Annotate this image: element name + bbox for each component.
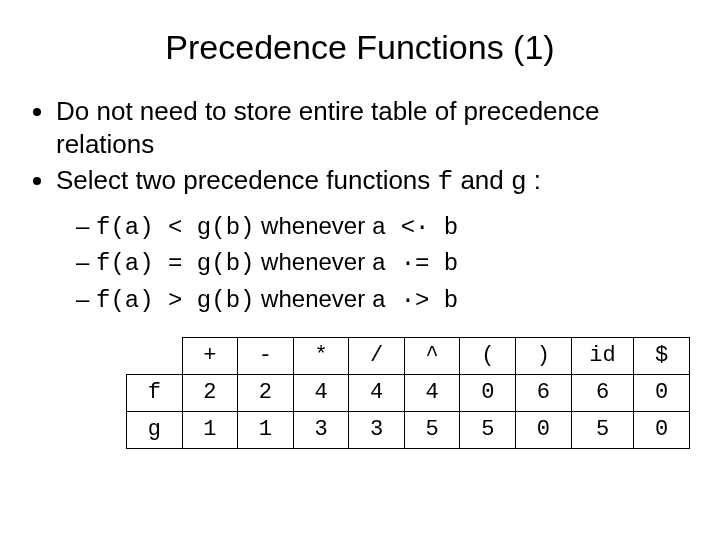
- row-label: f: [127, 374, 183, 411]
- code-f: f: [438, 167, 454, 197]
- slide: Precedence Functions (1) Do not need to …: [0, 0, 720, 449]
- cell: 2: [182, 374, 238, 411]
- cell: 4: [404, 374, 460, 411]
- header-cell: +: [182, 337, 238, 374]
- cell: 5: [404, 411, 460, 448]
- bullet-list: Do not need to store entire table of pre…: [30, 95, 690, 199]
- rule-3: f(a) > g(b) whenever a ·> b: [76, 282, 690, 319]
- cell: 0: [516, 411, 572, 448]
- bullet-2-text-b: and: [453, 165, 511, 195]
- header-cell: (: [460, 337, 516, 374]
- cell: 4: [293, 374, 349, 411]
- header-cell: ^: [404, 337, 460, 374]
- rule-2: f(a) = g(b) whenever a ·= b: [76, 245, 690, 282]
- rule-1-lhs: f(a) < g(b): [96, 214, 254, 241]
- rule-list: f(a) < g(b) whenever a <· b f(a) = g(b) …: [30, 209, 690, 319]
- rule-2-rhs: a ·= b: [372, 250, 458, 277]
- cell: 4: [349, 374, 405, 411]
- cell: 0: [634, 374, 690, 411]
- cell: 0: [460, 374, 516, 411]
- rule-2-lhs: f(a) = g(b): [96, 250, 254, 277]
- table-header-row: + - * / ^ ( ) id $: [127, 337, 690, 374]
- header-cell: *: [293, 337, 349, 374]
- bullet-2: Select two precedence functions f and g …: [56, 164, 690, 199]
- precedence-table: + - * / ^ ( ) id $ f 2 2 4 4 4 0 6 6 0: [126, 337, 690, 449]
- cell: 3: [349, 411, 405, 448]
- header-cell: id: [571, 337, 634, 374]
- rule-2-word: whenever: [254, 248, 371, 275]
- row-label: g: [127, 411, 183, 448]
- table-wrap: + - * / ^ ( ) id $ f 2 2 4 4 4 0 6 6 0: [30, 337, 690, 449]
- header-cell: $: [634, 337, 690, 374]
- table-row: g 1 1 3 3 5 5 0 5 0: [127, 411, 690, 448]
- rule-3-rhs: a ·> b: [372, 287, 458, 314]
- cell: 5: [571, 411, 634, 448]
- bullet-2-text-c: :: [527, 165, 541, 195]
- cell: 1: [238, 411, 294, 448]
- header-cell: ): [516, 337, 572, 374]
- rule-3-lhs: f(a) > g(b): [96, 287, 254, 314]
- header-cell: /: [349, 337, 405, 374]
- rule-3-word: whenever: [254, 285, 371, 312]
- rule-1-rhs: a <· b: [372, 214, 458, 241]
- code-g: g: [511, 167, 527, 197]
- cell: 5: [460, 411, 516, 448]
- table-row: f 2 2 4 4 4 0 6 6 0: [127, 374, 690, 411]
- rule-1: f(a) < g(b) whenever a <· b: [76, 209, 690, 246]
- header-cell: -: [238, 337, 294, 374]
- rule-1-word: whenever: [254, 212, 371, 239]
- cell: 2: [238, 374, 294, 411]
- page-title: Precedence Functions (1): [30, 28, 690, 67]
- cell: 6: [571, 374, 634, 411]
- bullet-2-text-a: Select two precedence functions: [56, 165, 438, 195]
- cell: 3: [293, 411, 349, 448]
- cell: 1: [182, 411, 238, 448]
- cell: 6: [516, 374, 572, 411]
- bullet-1: Do not need to store entire table of pre…: [56, 95, 690, 160]
- corner-cell: [127, 337, 183, 374]
- cell: 0: [634, 411, 690, 448]
